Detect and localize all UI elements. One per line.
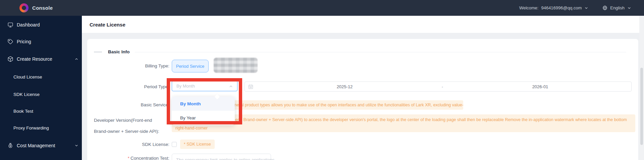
price-tag-icon [7, 39, 13, 45]
billing-type-label: Billing Type: [94, 63, 169, 68]
developer-version-note-line2: right-hand-corner [175, 124, 632, 132]
concentration-test-label: *Concentration Test: [94, 156, 169, 160]
app-name: Console [32, 5, 53, 11]
sidebar-item-cloud-license[interactable]: Cloud License [0, 72, 82, 81]
sidebar-item-partial[interactable] [0, 158, 82, 160]
chevron-up-icon[interactable] [74, 57, 78, 61]
select-chevron-up-icon [229, 84, 233, 89]
calendar-icon [248, 84, 254, 90]
monitor-icon [7, 22, 13, 28]
date-range-picker[interactable]: 2025-12 - 2026-01 [245, 82, 632, 92]
cube-icon [7, 56, 13, 62]
app-logo-icon [19, 3, 29, 12]
page-title: Create License [90, 22, 125, 28]
basic-service-label: Basic Service: [94, 102, 169, 107]
dropdown-option-by-month[interactable]: By Month [172, 97, 235, 111]
scrollbar-thumb[interactable] [640, 68, 643, 145]
page-header-band [82, 16, 644, 33]
sidebar-item-cost-management[interactable]: Cost Management [0, 141, 82, 150]
globe-icon [602, 5, 607, 10]
concentration-test-input[interactable]: The concurrency limit applies to online … [172, 154, 271, 160]
welcome-label: Welcome: [519, 5, 539, 10]
section-divider-dash [94, 52, 102, 52]
scrollbar-track[interactable] [639, 16, 644, 160]
date-range-separator: - [436, 84, 449, 89]
user-menu-chevron-down-icon[interactable] [584, 6, 588, 10]
user-email[interactable]: 946416996@qq.com [541, 5, 582, 10]
app-window: Console Welcome: 946416996@qq.com Englis… [0, 0, 644, 160]
sidebar-item-sdk-license[interactable]: SDK License [0, 90, 82, 99]
dropdown-option-by-year[interactable]: By Year [172, 111, 235, 125]
period-type-label: Period Type: [94, 84, 169, 89]
period-type-value: By Month [176, 84, 195, 89]
sdk-license-checkbox[interactable] [172, 142, 177, 147]
sdk-license-tag: * SDK License [180, 140, 215, 149]
period-type-dropdown: By Month By Year [172, 97, 235, 125]
sidebar-item-proxy-forwarding[interactable]: Proxy Forwarding [0, 123, 82, 132]
developer-version-label-line1: Developer Version(Front-end [94, 118, 180, 123]
date-range-start-input[interactable]: 2025-12 [254, 84, 436, 89]
concentration-test-placeholder: The concurrency limit applies to online … [176, 157, 274, 160]
developer-version-label-line2: Brand-owner + Server-side API): [94, 129, 180, 134]
sidebar-item-pricing[interactable]: Pricing [0, 37, 82, 46]
date-range-end-input[interactable]: 2026-01 [449, 84, 631, 89]
language-selector[interactable]: English [610, 5, 625, 10]
developer-version-note-line1: Check Developer Version(Front-end Brand-… [175, 116, 632, 124]
billing-type-redacted-button[interactable] [214, 58, 258, 73]
chevron-down-icon[interactable] [74, 144, 78, 148]
top-header-bar: Console Welcome: 946416996@qq.com Englis… [0, 0, 644, 16]
form-card [87, 39, 638, 160]
developer-version-note: Check Developer Version(Front-end Brand-… [172, 114, 635, 132]
sidebar-nav: Dashboard Pricing Create Resource Cloud … [0, 16, 82, 160]
section-divider-line [135, 52, 626, 52]
period-type-select[interactable]: By Month [172, 81, 237, 91]
required-asterisk: * [128, 156, 129, 160]
sdk-license-label: SDK License: [94, 142, 169, 147]
billing-type-period-service-button[interactable]: Period Service [172, 60, 209, 72]
sidebar-item-book-test[interactable]: Book Test [0, 107, 82, 115]
sidebar-item-create-resource[interactable]: Create Resource [0, 55, 82, 63]
money-bag-icon [7, 143, 13, 149]
language-chevron-down-icon[interactable] [627, 6, 631, 10]
sidebar-item-dashboard[interactable]: Dashboard [0, 20, 82, 29]
section-title: Basic Info [108, 49, 130, 54]
